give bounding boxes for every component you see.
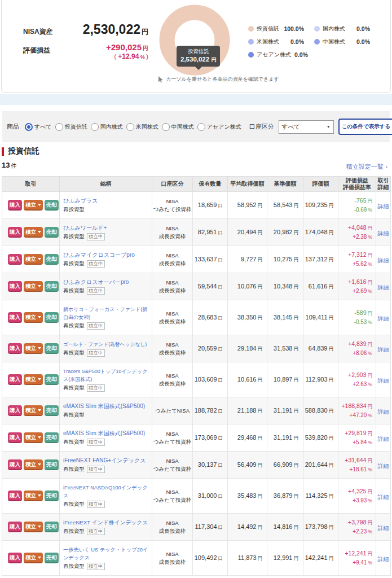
quantity-cell: 103,609口 xyxy=(193,362,228,397)
fund-name-link[interactable]: 一歩先いく US テック・トップ20インデックス xyxy=(63,546,148,562)
tsumitate-active-badge: 積立中 xyxy=(87,439,105,446)
fund-name-link[interactable]: Tracers S&P500トップ10インデックス(米国株式) xyxy=(63,367,148,383)
tsumitate-button[interactable]: 積立▼ xyxy=(24,227,43,238)
tsumitate-button[interactable]: 積立▼ xyxy=(24,405,43,416)
product-radio-アセアン株式[interactable]: アセアン株式 xyxy=(197,123,241,131)
buy-button[interactable]: 購入 xyxy=(8,432,22,443)
account-filter-label: 口座区分 xyxy=(249,122,274,131)
fund-name-link[interactable]: eMAXIS Slim 米国株式(S&P500) xyxy=(63,402,148,410)
dropdown-arrow-icon: ▼ xyxy=(38,231,41,233)
sell-button[interactable]: 売却 xyxy=(45,374,59,385)
tsumitate-button[interactable]: 積立▼ xyxy=(24,343,43,354)
tsumitate-settings-link[interactable]: 積立設定一覧› xyxy=(346,163,387,171)
column-header: 保有数量 xyxy=(193,177,228,192)
tsumitate-button[interactable]: 積立▼ xyxy=(24,374,43,385)
account-type-cell: NISA成長投資枠 xyxy=(152,246,193,273)
detail-link[interactable]: 詳細 xyxy=(378,525,389,531)
tsumitate-button[interactable]: 積立▼ xyxy=(24,254,43,265)
buy-button[interactable]: 購入 xyxy=(8,281,22,292)
buy-button[interactable]: 購入 xyxy=(8,312,22,323)
dropdown-arrow-icon: ▼ xyxy=(38,258,41,260)
fund-name-link[interactable]: iFreeNEXT FANG+インデックス xyxy=(63,457,148,465)
pl-cell: +4,325円+3.93% xyxy=(338,479,376,514)
detail-link[interactable]: 詳細 xyxy=(378,378,389,384)
fund-name-link[interactable]: ひふみマイクロスコープpro xyxy=(63,251,148,259)
detail-link[interactable]: 詳細 xyxy=(378,203,389,209)
account-type-dropdown[interactable]: すべて ▼ xyxy=(279,120,334,134)
tsumitate-button[interactable]: 積立▼ xyxy=(24,522,43,532)
product-radio-国内株式[interactable]: 国内株式 xyxy=(91,123,123,131)
tsumitate-button[interactable]: 積立▼ xyxy=(24,491,43,501)
detail-link[interactable]: 詳細 xyxy=(378,230,389,237)
avg-cost-cell: 29,468円 xyxy=(228,424,267,452)
apply-filter-button[interactable]: この条件で表示する xyxy=(338,119,392,135)
sell-button[interactable]: 売却 xyxy=(45,405,59,416)
product-radio-中国株式[interactable]: 中国株式 xyxy=(162,123,194,131)
buy-button[interactable]: 購入 xyxy=(8,227,22,238)
sell-button[interactable]: 売却 xyxy=(45,459,59,470)
product-radio-投資信託[interactable]: 投資信託 xyxy=(55,123,87,131)
radio-icon xyxy=(91,123,99,131)
sell-button[interactable]: 売却 xyxy=(45,254,59,265)
nav-cell: 38,145円 xyxy=(267,300,303,335)
avg-cost-cell: 29,184円 xyxy=(228,335,267,362)
fund-name-link[interactable]: iFreeNEXT インド株インデックス xyxy=(63,519,148,527)
pl-cell: +29,819円+5.84% xyxy=(338,424,376,452)
detail-link[interactable]: 詳細 xyxy=(378,556,389,562)
quantity-cell: 117,304口 xyxy=(193,514,228,541)
tsumitate-button[interactable]: 積立▼ xyxy=(24,200,43,211)
detail-link[interactable]: 詳細 xyxy=(378,284,389,291)
detail-link[interactable]: 詳細 xyxy=(378,409,389,415)
buy-button[interactable]: 購入 xyxy=(8,343,22,354)
buy-button[interactable]: 購入 xyxy=(8,491,22,501)
section-divider-band xyxy=(0,94,392,105)
tsumitate-button[interactable]: 積立▼ xyxy=(24,281,43,292)
tsumitate-button[interactable]: 積立▼ xyxy=(24,459,43,470)
table-row: 購入積立▼売却iFreeNEXT NASDAQ100インデックス再投資型積立中N… xyxy=(2,479,391,514)
detail-link[interactable]: 詳細 xyxy=(378,436,389,442)
detail-link[interactable]: 詳細 xyxy=(378,494,389,500)
sell-button[interactable]: 売却 xyxy=(45,553,59,563)
buy-button[interactable]: 購入 xyxy=(8,254,22,265)
fund-name-link[interactable]: ひふみクロスオーバーpro xyxy=(63,278,148,286)
sell-button[interactable]: 売却 xyxy=(45,432,59,443)
product-radio-すべて[interactable]: すべて xyxy=(25,123,52,131)
tsumitate-button[interactable]: 積立▼ xyxy=(24,432,43,443)
tsumitate-active-badge: 積立中 xyxy=(87,563,105,570)
fund-name-link[interactable]: ひふみプラス xyxy=(63,197,148,205)
sell-button[interactable]: 売却 xyxy=(45,312,59,323)
sell-button[interactable]: 売却 xyxy=(45,281,59,292)
dropdown-arrow-icon: ▼ xyxy=(38,316,41,318)
account-type-cell: NISA成長投資枠 xyxy=(152,362,193,397)
detail-link[interactable]: 詳細 xyxy=(378,347,389,353)
sell-button[interactable]: 売却 xyxy=(45,522,59,532)
buy-button[interactable]: 購入 xyxy=(8,405,22,416)
sell-button[interactable]: 売却 xyxy=(45,491,59,501)
fund-name-link[interactable]: ひふみワールド+ xyxy=(63,224,148,232)
detail-link[interactable]: 詳細 xyxy=(378,316,389,322)
detail-link[interactable]: 詳細 xyxy=(378,463,389,469)
buy-button[interactable]: 購入 xyxy=(8,459,22,470)
detail-link[interactable]: 詳細 xyxy=(378,257,389,264)
quantity-cell: 173,069口 xyxy=(193,424,228,452)
avg-cost-cell: 20,494円 xyxy=(228,219,267,246)
buy-button[interactable]: 購入 xyxy=(8,200,22,211)
fund-name-link[interactable]: iFreeNEXT NASDAQ100インデックス xyxy=(63,484,148,500)
allocation-legend: 投資信託100.0%米国株式0.0%アセアン株式0.0% 国内株式0.0%中国株… xyxy=(248,25,370,59)
account-type-cell: NISA成長投資枠 xyxy=(152,273,193,300)
fund-name-link[interactable]: 新ホリコ・フォーカス・ファンド(新自由の女神) xyxy=(63,305,148,321)
sell-button[interactable]: 売却 xyxy=(45,227,59,238)
fund-name-link[interactable]: ゴールド・ファンド(為替ヘッジなし) xyxy=(63,340,148,348)
fund-name-link[interactable]: eMAXIS Slim 米国株式(S&P500) xyxy=(63,430,148,437)
pl-cell: +3,798円+2.23% xyxy=(338,514,376,541)
buy-button[interactable]: 購入 xyxy=(8,553,22,563)
sell-button[interactable]: 売却 xyxy=(45,343,59,354)
tsumitate-button[interactable]: 積立▼ xyxy=(24,553,43,563)
pl-cell: +31,644円+18.61% xyxy=(338,452,376,479)
tsumitate-button[interactable]: 積立▼ xyxy=(24,312,43,323)
buy-button[interactable]: 購入 xyxy=(8,522,22,532)
avg-cost-cell: 10,076円 xyxy=(228,273,267,300)
product-radio-米国株式[interactable]: 米国株式 xyxy=(126,123,158,131)
sell-button[interactable]: 売却 xyxy=(45,200,59,211)
buy-button[interactable]: 購入 xyxy=(8,374,22,385)
